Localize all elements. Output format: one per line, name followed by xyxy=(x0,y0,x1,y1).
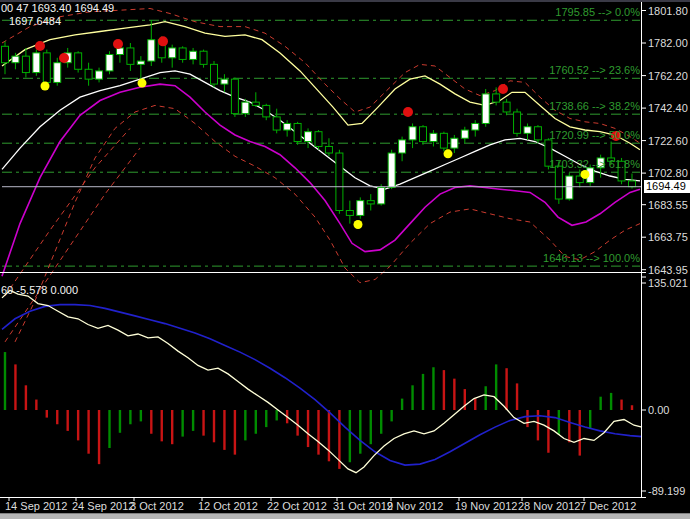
candle-body xyxy=(346,211,353,216)
red-band-diagonal xyxy=(5,128,130,296)
price-axis-label: 1702.80 xyxy=(648,167,688,179)
date-axis-label: 9 Nov 2012 xyxy=(387,500,443,512)
price-axis-label: 1801.80 xyxy=(648,5,688,17)
candle-body xyxy=(221,79,228,84)
fib-level-label: 1795.85 --> 0.0% xyxy=(0,6,640,18)
candle-body xyxy=(367,201,374,204)
indicator-axis-label: 0.00 xyxy=(648,404,669,416)
price-axis-label: 1742.40 xyxy=(648,102,688,114)
price-axis-label: 1643.95 xyxy=(648,264,688,276)
candle-body xyxy=(179,48,186,59)
date-axis-label: 12 Oct 2012 xyxy=(198,500,258,512)
candle-body xyxy=(12,56,19,63)
current-price-tag: 1694.49 xyxy=(644,180,690,193)
price-axis-label: 1683.55 xyxy=(648,199,688,211)
date-axis-label: 28 Nov 2012 xyxy=(518,500,580,512)
chart-window: 00 47 1693.40 1694.49 1697.6484 60 -5.57… xyxy=(0,0,690,519)
candle-body xyxy=(190,51,197,59)
price-axis-label: 1762.20 xyxy=(648,70,688,82)
sell-signal-dot xyxy=(498,84,508,94)
candle-body xyxy=(148,40,155,61)
candle-body xyxy=(2,46,9,62)
sell-signal-dot xyxy=(59,53,69,63)
indicator-readout: 60 -5.578 0.000 xyxy=(1,284,78,296)
fib-level-label: 1646.13 --> 100.0% xyxy=(0,252,640,264)
sell-signal-dot xyxy=(158,36,168,46)
bollinger-lower-line xyxy=(2,84,640,276)
indicator-axis-label: -89.199 xyxy=(648,485,685,497)
sell-signal-dot xyxy=(35,41,45,51)
buy-signal-dot xyxy=(444,149,453,158)
candle-body xyxy=(566,176,573,199)
candle-body xyxy=(325,146,332,153)
candle-body xyxy=(378,188,385,204)
candle-body xyxy=(399,140,406,153)
candle-body xyxy=(273,117,280,130)
window-chrome-bottom xyxy=(0,513,690,519)
candle-body xyxy=(357,201,364,216)
price-axis-label: 1722.60 xyxy=(648,135,688,147)
date-axis-label: 19 Nov 2012 xyxy=(455,500,517,512)
fib-level-label: 1760.52 --> 23.6% xyxy=(0,64,640,76)
candle-body xyxy=(200,51,207,64)
indicator-axis-label: 135.021 xyxy=(648,277,688,289)
candle-body xyxy=(555,166,562,199)
candle-body xyxy=(127,48,134,64)
date-axis-label: 31 Oct 2012 xyxy=(333,500,393,512)
window-chrome-top xyxy=(0,0,690,2)
candle-body xyxy=(629,181,636,187)
date-axis-label: 22 Oct 2012 xyxy=(267,500,327,512)
price-axis-label: 1782.00 xyxy=(648,37,688,49)
buy-signal-dot xyxy=(41,82,50,91)
buy-signal-dot xyxy=(354,220,363,229)
price-axis-label: 1663.75 xyxy=(648,231,688,243)
date-axis-label: 14 Sep 2012 xyxy=(5,500,67,512)
date-axis-label: 7 Dec 2012 xyxy=(580,500,636,512)
fib-level-label: 1720.99 --> 50.0% xyxy=(0,129,640,141)
buy-signal-dot xyxy=(138,79,147,88)
fib-level-label: 1703.32 --> 61.8% xyxy=(0,158,640,170)
date-axis-label: 24 Sep 2012 xyxy=(72,500,134,512)
sell-signal-dot xyxy=(113,39,123,49)
candle-body xyxy=(169,48,176,58)
fib-level-label: 1738.66 --> 38.2% xyxy=(0,100,640,112)
date-axis-label: 3 Oct 2012 xyxy=(130,500,184,512)
buy-signal-dot xyxy=(581,170,590,179)
